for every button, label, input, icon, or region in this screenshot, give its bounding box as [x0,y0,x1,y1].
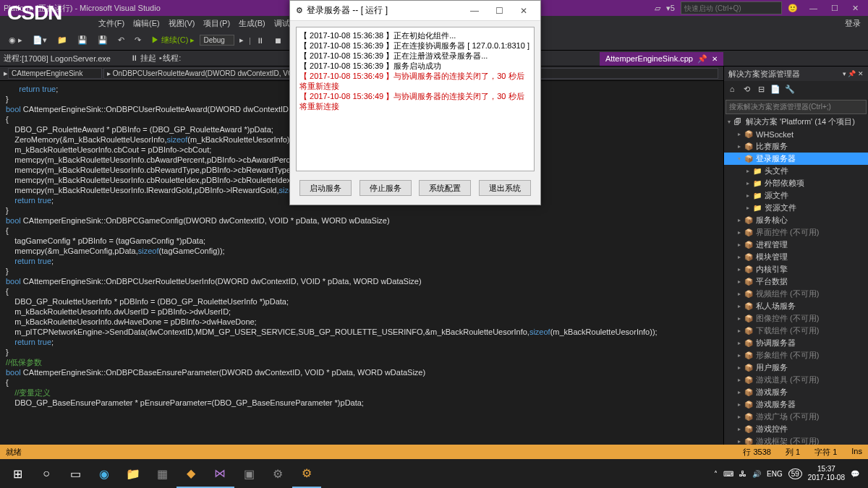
app-icon-1[interactable]: ◉ [90,459,119,488]
notification-icon[interactable]: ▱ [655,4,660,13]
taskview-icon[interactable]: ▭ [61,459,90,488]
saveall-button[interactable]: 💾 [93,34,112,46]
tree-node[interactable]: ▸📦视频组件 (不可用) [724,288,868,300]
menu-build[interactable]: 生成(B) [234,18,270,29]
action-center-icon[interactable]: 💬 [851,470,859,478]
properties-icon[interactable]: 🔧 [783,82,796,95]
tree-node[interactable]: ▸📦游戏广场 (不可用) [724,411,868,423]
file-tab-current[interactable]: AttemperEngineSink.cpp 📌 ✕ [600,52,723,66]
status-line: 行 3538 [743,447,771,458]
solution-tree[interactable]: ▾🗐 解决方案 'Platform' (14 个项目) ▸📦WHSocket▸📦… [724,116,868,445]
home-icon[interactable]: ⌂ [726,82,739,95]
showall-icon[interactable]: 📄 [769,82,782,95]
dialog-title-text: 登录服务器 -- [ 运行 ] [307,4,388,17]
feedback-icon[interactable]: 🙂 [788,4,798,13]
dialog-icon: ⚙ [296,6,303,15]
badge[interactable]: 59 [788,468,802,479]
app-icon-5[interactable]: ⚙ [263,459,292,488]
class-combo[interactable]: CAttemperEngineSink [8,68,102,79]
menu-view[interactable]: 视图(V) [164,18,200,29]
flag-icon[interactable]: ▾5 [666,4,675,13]
tree-node[interactable]: ▸📦用户服务 [724,361,868,374]
network-icon[interactable]: 🖧 [739,470,746,478]
tree-node[interactable]: ▸📦游戏服务 [724,386,868,398]
tree-node[interactable]: ▸📦内核引擎 [724,263,868,275]
tree-node[interactable]: ▸📦形象组件 (不可用) [724,349,868,361]
explorer-icon[interactable]: 📁 [119,459,148,488]
tree-node[interactable]: ▸📦模块管理 [724,251,868,263]
solution-root[interactable]: ▾🗐 解决方案 'Platform' (14 个项目) [724,116,868,128]
tray-up-icon[interactable]: ˄ [714,470,718,478]
solution-search[interactable]: 搜索解决方案资源管理器(Ctrl+;) [726,100,867,114]
tree-node[interactable]: ▾📦登录服务器 [724,153,868,165]
tree-node[interactable]: ▸📦游戏服务器 [724,398,868,411]
editor-tabs: AttemperEngineSink.cpp 📌 ✕ [600,51,723,67]
app-icon-4[interactable]: ▣ [234,459,263,488]
tree-node[interactable]: ▸📦游戏道具 (不可用) [724,374,868,386]
speaker-icon[interactable]: 🔊 [752,470,761,478]
undo-button[interactable]: ↶ [114,34,129,46]
dialog-maximize[interactable]: ☐ [488,6,510,16]
tree-node[interactable]: ▸📁头文件 [724,165,868,177]
tree-node[interactable]: ▸📦图像控件 (不可用) [724,312,868,325]
tree-node[interactable]: ▸📦私人场服务 [724,300,868,312]
collapse-icon[interactable]: ⊟ [754,82,767,95]
start-service-button[interactable]: 启动服务 [299,180,352,196]
app-icon-2[interactable]: ▦ [148,459,176,488]
taskbar-clock[interactable]: 15:37 2017-10-08 [808,465,845,482]
windows-taskbar: ⊞ ○ ▭ ◉ 📁 ▦ ◆ ⋈ ▣ ⚙ ⚙ ˄ ⌨ 🖧 🔊 ENG 59 15:… [0,459,868,488]
refresh-icon[interactable]: ⟲ [740,82,753,95]
save-button[interactable]: 💾 [73,34,92,46]
start-button[interactable]: ⊞ [3,459,32,488]
lang-indicator[interactable]: ENG [767,470,783,478]
tree-node[interactable]: ▸📦服务核心 [724,214,868,226]
tree-node[interactable]: ▸📁外部依赖项 [724,177,868,189]
new-button[interactable]: 📄▾ [28,34,51,46]
tree-node[interactable]: ▸📦平台数据 [724,275,868,288]
menu-file[interactable]: 文件(F) [94,18,129,29]
tree-node[interactable]: ▸📦游戏框架 (不可用) [724,435,868,445]
minimize-button[interactable]: — [804,4,823,12]
pin-icon[interactable]: ▾ 📌 ✕ [843,70,864,77]
close-button[interactable]: ✕ [846,4,864,12]
dialog-titlebar[interactable]: ⚙ 登录服务器 -- [ 运行 ] — ☐ ✕ [290,1,540,21]
nav-back-button[interactable]: ◉ ▸ [4,34,27,46]
pin-icon[interactable]: 📌 [697,54,707,64]
open-button[interactable]: 📁 [53,34,72,46]
suspend-button[interactable]: ⏸ 挂起 ▸ [130,53,163,64]
tree-node[interactable]: ▸📁资源文件 [724,202,868,214]
login-link[interactable]: 登录 [841,18,868,29]
tree-node[interactable]: ▸📁源文件 [724,189,868,202]
quick-launch-input[interactable] [681,1,782,14]
cortana-icon[interactable]: ○ [32,459,61,488]
tree-node[interactable]: ▸📦下载组件 (不可用) [724,325,868,337]
stop-service-button[interactable]: 停止服务 [359,180,412,196]
tree-node[interactable]: ▸📦比赛服务 [724,140,868,153]
vs-taskbar-icon[interactable]: ⋈ [205,459,234,488]
tree-node[interactable]: ▸📦协调服务器 [724,337,868,349]
app-icon-3[interactable]: ◆ [176,459,205,488]
app-icon-6[interactable]: ⚙ [292,459,321,488]
continue-button[interactable]: ▶ 继续(C) ▸ [147,33,199,47]
arrow-button[interactable]: ▸ [235,34,248,46]
pause-button[interactable]: ⏸ [252,35,268,46]
dialog-log: 【 2017-10-08 15:36:38 】正在初始化组件...【 2017-… [296,27,535,171]
ime-icon[interactable]: ⌨ [723,470,733,478]
tree-node[interactable]: ▸📦界面控件 (不可用) [724,226,868,239]
stop-button[interactable]: ⏹ [270,35,286,46]
tree-node[interactable]: ▸📦WHSocket [724,128,868,140]
redo-button[interactable]: ↷ [130,34,145,46]
process-combo[interactable]: [17008] LogonServer.exe [22,54,130,63]
maximize-button[interactable]: ☐ [825,4,844,12]
process-label: 进程: [4,53,22,64]
tab-close-icon[interactable]: ✕ [712,55,718,63]
menu-edit[interactable]: 编辑(E) [129,18,164,29]
menu-project[interactable]: 项目(P) [199,18,234,29]
exit-button[interactable]: 退出系统 [479,180,531,196]
dialog-close[interactable]: ✕ [513,6,535,16]
config-button[interactable]: 系统配置 [419,180,471,196]
tree-node[interactable]: ▸📦游戏控件 [724,423,868,435]
tree-node[interactable]: ▸📦进程管理 [724,239,868,251]
dialog-minimize[interactable]: — [464,6,485,16]
config-combo[interactable]: Debug [200,35,234,46]
